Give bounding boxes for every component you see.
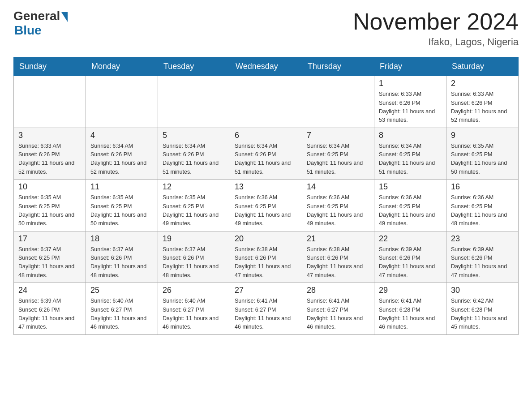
calendar-cell	[302, 76, 374, 128]
day-info: Sunrise: 6:33 AM Sunset: 6:26 PM Dayligh…	[379, 90, 442, 125]
logo-general-text: General	[13, 9, 60, 23]
day-info: Sunrise: 6:38 AM Sunset: 6:26 PM Dayligh…	[307, 245, 369, 280]
calendar-cell: 24Sunrise: 6:39 AM Sunset: 6:26 PM Dayli…	[14, 283, 86, 335]
day-number: 5	[163, 131, 225, 140]
day-number: 9	[451, 131, 514, 140]
day-info: Sunrise: 6:37 AM Sunset: 6:26 PM Dayligh…	[163, 245, 225, 280]
calendar-cell: 25Sunrise: 6:40 AM Sunset: 6:27 PM Dayli…	[86, 283, 158, 335]
day-info: Sunrise: 6:38 AM Sunset: 6:26 PM Dayligh…	[235, 245, 297, 280]
calendar-cell: 6Sunrise: 6:34 AM Sunset: 6:26 PM Daylig…	[230, 128, 302, 180]
calendar-table: SundayMondayTuesdayWednesdayThursdayFrid…	[13, 57, 519, 335]
calendar-cell: 3Sunrise: 6:33 AM Sunset: 6:26 PM Daylig…	[14, 128, 86, 180]
day-number: 20	[235, 234, 297, 244]
calendar-cell: 21Sunrise: 6:38 AM Sunset: 6:26 PM Dayli…	[302, 231, 374, 283]
day-number: 24	[18, 286, 81, 295]
day-number: 14	[307, 182, 369, 192]
weekday-header-saturday: Saturday	[446, 57, 519, 76]
day-number: 30	[451, 286, 514, 295]
day-number: 16	[451, 182, 514, 192]
logo-arrow-icon	[61, 12, 68, 22]
day-number: 18	[90, 234, 153, 244]
calendar-cell: 8Sunrise: 6:34 AM Sunset: 6:25 PM Daylig…	[374, 128, 446, 180]
calendar-cell: 9Sunrise: 6:35 AM Sunset: 6:25 PM Daylig…	[446, 128, 519, 180]
day-info: Sunrise: 6:34 AM Sunset: 6:26 PM Dayligh…	[163, 142, 225, 177]
day-number: 22	[379, 234, 442, 244]
calendar-cell: 2Sunrise: 6:33 AM Sunset: 6:26 PM Daylig…	[446, 76, 519, 128]
day-info: Sunrise: 6:34 AM Sunset: 6:25 PM Dayligh…	[379, 142, 442, 177]
calendar-cell: 12Sunrise: 6:35 AM Sunset: 6:25 PM Dayli…	[158, 180, 230, 231]
day-number: 21	[307, 234, 369, 244]
day-info: Sunrise: 6:42 AM Sunset: 6:28 PM Dayligh…	[451, 297, 514, 332]
day-info: Sunrise: 6:36 AM Sunset: 6:25 PM Dayligh…	[307, 193, 369, 228]
day-info: Sunrise: 6:39 AM Sunset: 6:26 PM Dayligh…	[18, 297, 81, 332]
calendar-cell	[86, 76, 158, 128]
day-number: 26	[163, 286, 225, 295]
calendar-cell: 26Sunrise: 6:40 AM Sunset: 6:27 PM Dayli…	[158, 283, 230, 335]
day-number: 17	[18, 234, 81, 244]
weekday-header-tuesday: Tuesday	[158, 57, 230, 76]
weekday-header-sunday: Sunday	[14, 57, 86, 76]
weekday-header-row: SundayMondayTuesdayWednesdayThursdayFrid…	[14, 57, 519, 76]
day-number: 28	[307, 286, 369, 295]
calendar-cell	[158, 76, 230, 128]
day-number: 25	[90, 286, 153, 295]
calendar-cell: 13Sunrise: 6:36 AM Sunset: 6:25 PM Dayli…	[230, 180, 302, 231]
day-info: Sunrise: 6:40 AM Sunset: 6:27 PM Dayligh…	[163, 297, 225, 332]
month-year-title: November 2024	[353, 9, 519, 34]
calendar-week-row: 3Sunrise: 6:33 AM Sunset: 6:26 PM Daylig…	[14, 128, 519, 180]
day-info: Sunrise: 6:34 AM Sunset: 6:26 PM Dayligh…	[90, 142, 153, 177]
calendar-cell: 29Sunrise: 6:41 AM Sunset: 6:28 PM Dayli…	[374, 283, 446, 335]
weekday-header-friday: Friday	[374, 57, 446, 76]
day-info: Sunrise: 6:41 AM Sunset: 6:28 PM Dayligh…	[379, 297, 442, 332]
calendar-cell	[230, 76, 302, 128]
weekday-header-monday: Monday	[86, 57, 158, 76]
calendar-cell: 5Sunrise: 6:34 AM Sunset: 6:26 PM Daylig…	[158, 128, 230, 180]
calendar-cell	[14, 76, 86, 128]
day-number: 4	[90, 131, 153, 140]
day-number: 12	[163, 182, 225, 192]
title-section: November 2024 Ifako, Lagos, Nigeria	[353, 9, 519, 48]
day-number: 13	[235, 182, 297, 192]
day-info: Sunrise: 6:35 AM Sunset: 6:25 PM Dayligh…	[18, 193, 81, 228]
location-subtitle: Ifako, Lagos, Nigeria	[353, 36, 519, 48]
day-info: Sunrise: 6:33 AM Sunset: 6:26 PM Dayligh…	[451, 90, 514, 125]
day-info: Sunrise: 6:35 AM Sunset: 6:25 PM Dayligh…	[451, 142, 514, 177]
day-number: 19	[163, 234, 225, 244]
calendar-cell: 27Sunrise: 6:41 AM Sunset: 6:27 PM Dayli…	[230, 283, 302, 335]
calendar-cell: 4Sunrise: 6:34 AM Sunset: 6:26 PM Daylig…	[86, 128, 158, 180]
day-number: 3	[18, 131, 81, 140]
day-info: Sunrise: 6:37 AM Sunset: 6:26 PM Dayligh…	[90, 245, 153, 280]
day-number: 1	[379, 79, 442, 88]
calendar-cell: 20Sunrise: 6:38 AM Sunset: 6:26 PM Dayli…	[230, 231, 302, 283]
day-number: 27	[235, 286, 297, 295]
day-info: Sunrise: 6:36 AM Sunset: 6:25 PM Dayligh…	[451, 193, 514, 228]
day-number: 6	[235, 131, 297, 140]
day-number: 7	[307, 131, 369, 140]
day-info: Sunrise: 6:39 AM Sunset: 6:26 PM Dayligh…	[379, 245, 442, 280]
calendar-cell: 16Sunrise: 6:36 AM Sunset: 6:25 PM Dayli…	[446, 180, 519, 231]
day-info: Sunrise: 6:34 AM Sunset: 6:26 PM Dayligh…	[235, 142, 297, 177]
day-number: 10	[18, 182, 81, 192]
day-info: Sunrise: 6:35 AM Sunset: 6:25 PM Dayligh…	[163, 193, 225, 228]
calendar-cell: 15Sunrise: 6:36 AM Sunset: 6:25 PM Dayli…	[374, 180, 446, 231]
day-info: Sunrise: 6:40 AM Sunset: 6:27 PM Dayligh…	[90, 297, 153, 332]
day-number: 2	[451, 79, 514, 88]
day-number: 11	[90, 182, 153, 192]
day-info: Sunrise: 6:35 AM Sunset: 6:25 PM Dayligh…	[90, 193, 153, 228]
page-header: General Blue November 2024 Ifako, Lagos,…	[13, 9, 519, 48]
day-info: Sunrise: 6:36 AM Sunset: 6:25 PM Dayligh…	[379, 193, 442, 228]
logo-blue-text: Blue	[14, 23, 42, 38]
day-number: 29	[379, 286, 442, 295]
calendar-cell: 11Sunrise: 6:35 AM Sunset: 6:25 PM Dayli…	[86, 180, 158, 231]
calendar-cell: 28Sunrise: 6:41 AM Sunset: 6:27 PM Dayli…	[302, 283, 374, 335]
day-number: 23	[451, 234, 514, 244]
calendar-week-row: 1Sunrise: 6:33 AM Sunset: 6:26 PM Daylig…	[14, 76, 519, 128]
calendar-week-row: 17Sunrise: 6:37 AM Sunset: 6:25 PM Dayli…	[14, 231, 519, 283]
day-info: Sunrise: 6:36 AM Sunset: 6:25 PM Dayligh…	[235, 193, 297, 228]
calendar-week-row: 24Sunrise: 6:39 AM Sunset: 6:26 PM Dayli…	[14, 283, 519, 335]
calendar-cell: 22Sunrise: 6:39 AM Sunset: 6:26 PM Dayli…	[374, 231, 446, 283]
calendar-cell: 18Sunrise: 6:37 AM Sunset: 6:26 PM Dayli…	[86, 231, 158, 283]
day-info: Sunrise: 6:41 AM Sunset: 6:27 PM Dayligh…	[307, 297, 369, 332]
calendar-week-row: 10Sunrise: 6:35 AM Sunset: 6:25 PM Dayli…	[14, 180, 519, 231]
calendar-cell: 19Sunrise: 6:37 AM Sunset: 6:26 PM Dayli…	[158, 231, 230, 283]
